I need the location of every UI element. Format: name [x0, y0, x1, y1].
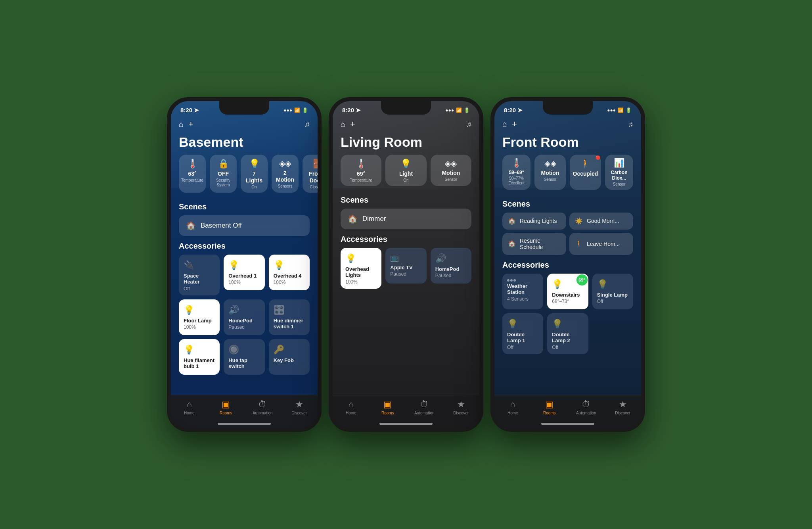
- scene-label-0: Basement Off: [201, 222, 242, 230]
- tab-item-automation[interactable]: ⏱ Automation: [568, 399, 605, 415]
- status-tile-0[interactable]: 🌡️ 59–69° 50–77% Excellent: [502, 155, 530, 190]
- acc-icon-1: 💡: [228, 260, 260, 270]
- acc-wrap-3: 💡 Floor Lamp 100%: [179, 299, 220, 335]
- tab-icon-0: ⌂: [510, 399, 515, 410]
- acc-tile-2[interactable]: 💡 Overhead 4 100%: [269, 255, 310, 290]
- acc-wrap-4: 💡 Double Lamp 2 Off: [547, 313, 588, 354]
- acc-name-0: Overhead Lights: [345, 266, 377, 278]
- tile-sub-0: Temperature: [181, 178, 203, 183]
- scene-btn-0[interactable]: 🏠 Basement Off: [179, 215, 310, 236]
- phone-notch: [543, 101, 593, 115]
- status-tile-2[interactable]: ◈◈ Motion Sensor: [431, 155, 471, 186]
- acc-wrap-0: Weather Station 4 Sensors: [502, 274, 543, 309]
- tile-sub-0: Temperature: [350, 178, 372, 183]
- tab-icon-3: ★: [619, 399, 627, 410]
- acc-status-1: Paused: [390, 271, 421, 277]
- status-tile-0[interactable]: 🌡️ 63° Temperature: [179, 155, 206, 193]
- status-tile-2[interactable]: 🔴 🚶 Occupied: [570, 155, 601, 190]
- tile-main-3: 2 Motion: [276, 170, 295, 183]
- tab-label-0: Home: [508, 411, 518, 415]
- acc-tile-8[interactable]: 🔑 Key Fob: [269, 339, 310, 375]
- tile-icon-0: 🌡️: [356, 159, 366, 169]
- acc-tile-7[interactable]: 🔘 Hue tap switch: [224, 339, 264, 375]
- scene-label-2: Resume Schedule: [520, 238, 561, 250]
- scene-grid-btn-0[interactable]: 🏠 Reading Lights: [502, 213, 566, 230]
- tile-main-4: Front Door: [306, 171, 318, 184]
- tile-main-2: 7 Lights: [245, 171, 264, 184]
- acc-tile-2[interactable]: 💡 Single Lamp Off: [592, 274, 633, 309]
- status-tile-4[interactable]: 🚪 Front Door Closed: [303, 155, 318, 193]
- tile-sub-3: Sensors: [278, 184, 293, 189]
- tab-icon-2: ⏱: [258, 399, 267, 410]
- acc-tile-6[interactable]: 💡 Hue filament bulb 1: [179, 339, 220, 375]
- acc-tile-3[interactable]: 💡 Double Lamp 1 Off: [502, 313, 543, 354]
- acc-tile-2[interactable]: 🔊 HomePod Paused: [431, 248, 471, 284]
- tab-label-0: Home: [346, 411, 356, 415]
- home-nav-icon[interactable]: ⌂: [502, 120, 507, 129]
- tab-icon-1: ▣: [383, 399, 392, 410]
- acc-tile-0[interactable]: 🔌 Space Heater Off: [179, 255, 220, 295]
- acc-tile-0[interactable]: Weather Station 4 Sensors: [502, 274, 543, 309]
- scene-icon-0: 🏠: [186, 221, 196, 230]
- status-tile-1[interactable]: 🔒 OFF Security System: [210, 155, 237, 193]
- acc-status-4: Off: [552, 345, 583, 350]
- acc-tile-1[interactable]: 💡 Overhead 1 100%: [224, 255, 264, 290]
- acc-name-2: Overhead 4: [274, 273, 305, 279]
- tab-label-3: Discover: [615, 411, 630, 415]
- status-tile-1[interactable]: ◈◈ Motion Sensor: [534, 155, 566, 190]
- scene-grid-btn-3[interactable]: 🚶 Leave Hom...: [569, 233, 633, 255]
- acc-status-3: 100%: [184, 324, 215, 330]
- scene-icon-0: 🏠: [348, 214, 358, 224]
- scene-grid-btn-1[interactable]: ☀️ Good Morn...: [569, 213, 633, 230]
- acc-tile-1[interactable]: 📺 Apple TV Paused: [385, 248, 426, 284]
- tab-item-rooms[interactable]: ▣ Rooms: [208, 399, 245, 415]
- tab-item-rooms[interactable]: ▣ Rooms: [531, 399, 568, 415]
- acc-tile-4[interactable]: 🔊 HomePod Paused: [224, 299, 264, 335]
- acc-icon-4: 💡: [552, 319, 583, 329]
- tab-item-rooms[interactable]: ▣ Rooms: [370, 399, 406, 415]
- wave-icon[interactable]: ♬: [304, 120, 310, 128]
- tab-item-automation[interactable]: ⏱ Automation: [406, 399, 443, 415]
- acc-name-2: HomePod: [435, 266, 467, 272]
- wifi-icon: 📶: [618, 107, 624, 113]
- acc-tile-0[interactable]: 💡 Overhead Lights 100%: [341, 248, 381, 289]
- tab-icon-1: ▣: [545, 399, 553, 410]
- scene-btn-0[interactable]: 🏠 Dimmer: [341, 209, 471, 229]
- status-row: 🌡️ 59–69° 50–77% Excellent ◈◈ Motion Sen…: [494, 155, 641, 196]
- signal-icon: ●●●: [445, 107, 454, 113]
- phone-living-room: 8:20 ➤ ●●● 📶 🔋 ⌂ + ♬ Living Room 🌡️ 69° …: [329, 97, 483, 432]
- tab-item-home[interactable]: ⌂ Home: [171, 399, 208, 415]
- acc-name-6: Hue filament bulb 1: [184, 357, 215, 370]
- status-tile-0[interactable]: 🌡️ 69° Temperature: [341, 155, 381, 186]
- wave-icon[interactable]: ♬: [466, 120, 472, 128]
- tile-sub-2: On: [251, 185, 257, 190]
- acc-tile-5[interactable]: 🎛️ Hue dimmer switch 1: [269, 299, 310, 335]
- acc-tile-4[interactable]: 💡 Double Lamp 2 Off: [547, 313, 588, 354]
- status-tile-2[interactable]: 💡 7 Lights On: [241, 155, 268, 193]
- tab-item-home[interactable]: ⌂ Home: [333, 399, 370, 415]
- home-nav-icon[interactable]: ⌂: [341, 120, 345, 129]
- battery-icon: 🔋: [626, 107, 632, 113]
- tab-item-discover[interactable]: ★ Discover: [443, 399, 480, 415]
- acc-wrap-0: 💡 Overhead Lights 100%: [341, 248, 381, 289]
- add-button[interactable]: +: [512, 119, 517, 129]
- tile-sub-3: Sensor: [613, 182, 626, 187]
- tab-item-discover[interactable]: ★ Discover: [605, 399, 642, 415]
- scene-grid-btn-2[interactable]: 🏠 Resume Schedule: [502, 233, 566, 255]
- wave-icon[interactable]: ♬: [628, 120, 634, 128]
- status-tile-3[interactable]: 📊 Carbon Diox... Sensor: [605, 155, 633, 190]
- status-tile-3[interactable]: ◈◈ 2 Motion Sensors: [272, 155, 299, 193]
- home-nav-icon[interactable]: ⌂: [179, 120, 184, 129]
- scene-label-0: Dimmer: [362, 215, 386, 223]
- acc-tile-3[interactable]: 💡 Floor Lamp 100%: [179, 299, 220, 335]
- add-button[interactable]: +: [350, 119, 355, 129]
- add-button[interactable]: +: [188, 119, 193, 129]
- signal-icon: ●●●: [607, 107, 616, 113]
- tab-label-1: Rooms: [543, 411, 556, 415]
- tab-item-home[interactable]: ⌂ Home: [494, 399, 531, 415]
- status-tile-1[interactable]: 💡 Light On: [385, 155, 426, 186]
- status-icons: ●●● 📶 🔋: [607, 107, 632, 113]
- tab-item-discover[interactable]: ★ Discover: [281, 399, 318, 415]
- tile-sub-1: Sensor: [544, 177, 557, 182]
- tab-item-automation[interactable]: ⏱ Automation: [244, 399, 281, 415]
